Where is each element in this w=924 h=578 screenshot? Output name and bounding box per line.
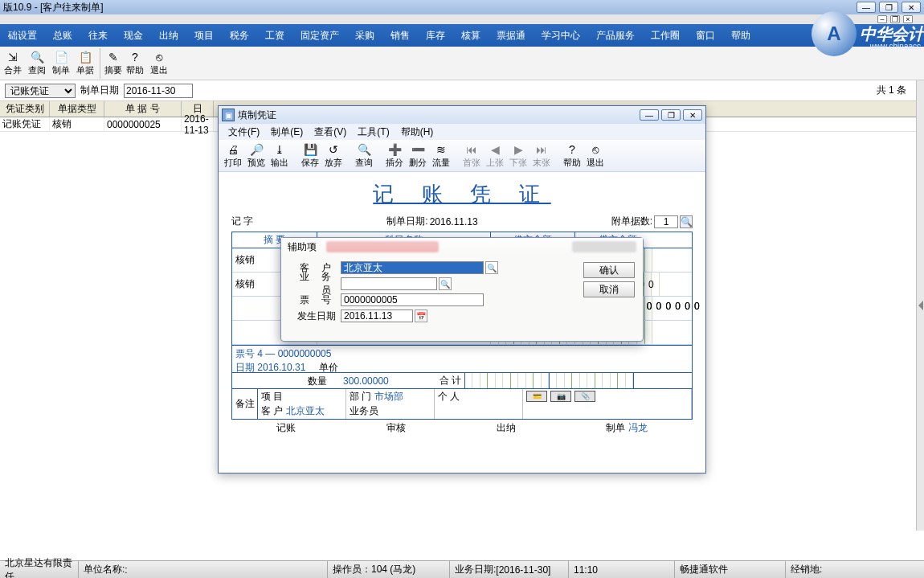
menu-item[interactable]: 工资 <box>257 29 292 43</box>
aux-title-bar[interactable]: 辅助项 <box>281 238 643 256</box>
menu-item[interactable]: 销售 <box>382 29 418 43</box>
last-icon: ⏭ <box>536 142 547 157</box>
vt-last[interactable]: ⏭末张 <box>530 141 553 170</box>
voucher-title-bar[interactable]: ▣ 填制凭证 — ❐ ✕ <box>219 106 705 124</box>
sig-sh: 审核 <box>386 421 406 435</box>
main-toolbar: ⇲合并 🔍查阅 📄制单 📋单据 ✎摘要 ?帮助 ⎋退出 <box>0 47 924 80</box>
vmenu-file[interactable]: 文件(F) <box>223 125 264 139</box>
first-icon: ⏮ <box>466 142 477 157</box>
main-menu-bar: 础设置 总账 往来 现金 出纳 项目 税务 工资 固定资产 采购 销售 库存 核… <box>0 24 924 47</box>
vmenu-make[interactable]: 制单(E) <box>266 125 308 139</box>
tool-help[interactable]: ?帮助 <box>124 48 146 79</box>
lookup-icon[interactable]: 🔍 <box>439 277 452 290</box>
cell-bill-type: 核销 <box>50 117 104 131</box>
blurred-text <box>326 241 439 252</box>
status-bar: 北京星达有限责任 单位名称:: 操作员：104 (马龙) 业务日期:[2016-… <box>0 560 924 578</box>
right-collapse-handle[interactable] <box>916 80 924 531</box>
vt-discard[interactable]: ↺放弃 <box>322 141 345 170</box>
card-icon[interactable]: 💳 <box>526 391 547 402</box>
vt-first[interactable]: ⏮首张 <box>460 141 483 170</box>
lookup-icon[interactable]: 🔍 <box>485 261 498 274</box>
save-icon: 💾 <box>304 142 317 157</box>
status-company: 北京星达有限责任 <box>0 561 79 578</box>
mdi-controls: – ❐ × <box>0 14 924 24</box>
tool-merge[interactable]: ⇲合并 <box>2 48 24 79</box>
menu-item[interactable]: 产品服务 <box>588 29 643 43</box>
tool-lookup[interactable]: 🔍查阅 <box>26 48 48 79</box>
flow-icon: ≋ <box>436 142 446 157</box>
photo-icon[interactable]: 📷 <box>550 391 571 402</box>
vmenu-view[interactable]: 查看(V) <box>309 125 351 139</box>
sig-jz: 记账 <box>276 421 296 435</box>
voucher-type-select[interactable]: 记账凭证 <box>5 84 76 98</box>
vt-exit[interactable]: ⎋退出 <box>584 141 607 170</box>
vt-delete[interactable]: ➖删分 <box>407 141 429 170</box>
status-operator: 操作员：104 (马龙) <box>328 561 450 578</box>
remark-label: 备注 <box>232 389 258 419</box>
aux-bill-label: 票 号 <box>289 293 341 307</box>
aux-staff-input[interactable] <box>341 277 437 290</box>
attach-label: 附单据数: <box>611 215 652 228</box>
vt-insert[interactable]: ➕插分 <box>383 141 406 170</box>
vt-preview[interactable]: 🔎预览 <box>245 141 268 170</box>
menu-item[interactable]: 学习中心 <box>534 29 588 43</box>
tool-bill[interactable]: 📋单据 <box>74 48 96 79</box>
sig-cn: 出纳 <box>497 421 516 435</box>
menu-item[interactable]: 票据通 <box>489 29 534 43</box>
aux-date-input[interactable] <box>341 309 413 322</box>
menu-item[interactable]: 税务 <box>222 29 257 43</box>
tool-exit[interactable]: ⎋退出 <box>148 48 170 79</box>
blurred-text <box>572 241 636 252</box>
vt-query[interactable]: 🔍查询 <box>353 141 375 170</box>
aux-bill-input[interactable] <box>341 293 484 306</box>
brand-logo: A 中华会计 www.chinaacc <box>812 11 924 56</box>
tool-voucher[interactable]: 📄制单 <box>50 48 72 79</box>
vt-print[interactable]: 🖨打印 <box>222 141 244 170</box>
menu-item[interactable]: 总账 <box>45 29 80 43</box>
cell-voucher-type: 记账凭证 <box>0 117 50 131</box>
menu-item[interactable]: 础设置 <box>0 29 45 43</box>
dept-link[interactable]: 市场部 <box>374 390 403 404</box>
col-bill-type: 单据类型 <box>50 101 104 117</box>
vt-prev[interactable]: ◀上张 <box>484 141 506 170</box>
voucher-date-input[interactable] <box>124 84 193 98</box>
tool-summary[interactable]: ✎摘要 <box>100 48 122 79</box>
vt-next[interactable]: ▶下张 <box>507 141 529 170</box>
vwin-max-button[interactable]: ❐ <box>661 109 681 121</box>
attach-count-input[interactable] <box>654 215 678 228</box>
vwin-min-button[interactable]: — <box>640 109 659 121</box>
attach-icon[interactable]: 📎 <box>574 391 595 402</box>
vt-export[interactable]: ⤓输出 <box>268 141 291 170</box>
menu-item[interactable]: 往来 <box>80 29 116 43</box>
logo-disc-icon: A <box>812 11 857 56</box>
menu-item[interactable]: 现金 <box>116 29 151 43</box>
attach-lookup-icon[interactable]: 🔍 <box>680 215 693 228</box>
menu-item[interactable]: 库存 <box>418 29 453 43</box>
exit-icon: ⎋ <box>592 142 599 157</box>
menu-item[interactable]: 核算 <box>453 29 489 43</box>
menu-item[interactable]: 固定资产 <box>292 29 347 43</box>
menu-item[interactable]: 出纳 <box>151 29 186 43</box>
calendar-icon[interactable]: 📅 <box>415 309 427 322</box>
vmenu-help[interactable]: 帮助(H) <box>396 125 439 139</box>
help-icon: ? <box>569 142 575 157</box>
undo-icon: ↺ <box>329 142 338 157</box>
vt-help[interactable]: ?帮助 <box>561 141 583 170</box>
aux-customer-input[interactable] <box>341 261 484 274</box>
vmenu-tool[interactable]: 工具(T) <box>353 125 394 139</box>
print-icon: 🖨 <box>227 142 239 157</box>
voucher-window-icon: ▣ <box>222 109 235 121</box>
vwin-close-button[interactable]: ✕ <box>683 109 702 121</box>
aux-ok-button[interactable]: 确认 <box>583 262 635 278</box>
vt-save[interactable]: 💾保存 <box>299 141 321 170</box>
menu-item[interactable]: 工作圈 <box>643 29 688 43</box>
voucher-sum-row: 合 计 100000000 100000000 <box>232 372 692 388</box>
make-date-value: 2016.11.13 <box>430 216 478 228</box>
aux-cancel-button[interactable]: 取消 <box>583 281 635 297</box>
menu-item[interactable]: 帮助 <box>723 29 758 43</box>
menu-item[interactable]: 采购 <box>347 29 382 43</box>
customer-link[interactable]: 北京亚太 <box>286 404 325 418</box>
menu-item[interactable]: 项目 <box>186 29 222 43</box>
vt-flow[interactable]: ≋流量 <box>430 141 452 170</box>
menu-item[interactable]: 窗口 <box>688 29 723 43</box>
